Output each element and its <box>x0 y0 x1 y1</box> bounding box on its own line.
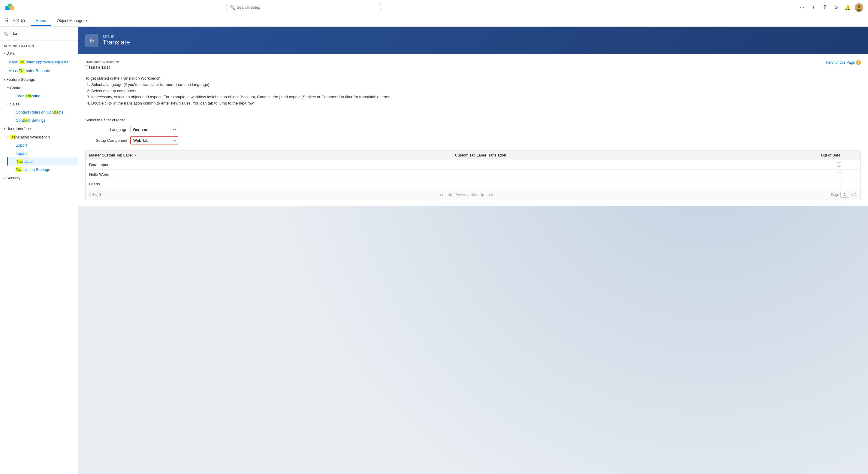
plus-icon[interactable]: + <box>809 3 817 12</box>
help-link-label: Help for this Page <box>826 60 855 65</box>
instruction-1: Select a language (if you're a translato… <box>91 82 861 88</box>
sidebar-group-user-interface: ▾ User Interface ▾ Translation Workbench… <box>0 124 78 174</box>
sidebar-subgroup-label-translation: Translation Workbench <box>10 135 50 139</box>
help-link[interactable]: Help for this Page ? <box>826 60 861 65</box>
prev-page-btn[interactable]: ◀ <box>446 191 453 198</box>
cell-master-0: Data Import <box>89 162 455 167</box>
instruction-2: Select a setup component. <box>91 88 861 94</box>
chevron-down-icon: ▾ <box>86 19 88 23</box>
sidebar-item-export[interactable]: Export <box>7 141 78 149</box>
sidebar: 🔍 ADMINISTRATION ▾ Data Mass Transfer Ap… <box>0 27 78 474</box>
next-page-btn[interactable]: ▶ <box>479 191 486 198</box>
cell-translation-0 <box>455 162 821 167</box>
cell-translation-1 <box>455 172 821 177</box>
sidebar-chatter-items: Feed Tracking <box>4 92 78 100</box>
cell-outofdate-0 <box>821 162 857 167</box>
sidebar-subgroup-label-sales: Sales <box>10 102 20 106</box>
sidebar-item-contact-roles[interactable]: Contact Roles on Contracts <box>7 108 78 116</box>
col-out-of-date: Out of Date <box>821 153 857 157</box>
nav-bar: ⠿ Setup Home Object Manager ▾ <box>0 15 868 27</box>
language-select[interactable]: German <box>130 126 178 134</box>
search-bar[interactable]: 🔍 <box>226 3 382 12</box>
sidebar-group-header-feature[interactable]: ▾ Feature Settings <box>0 75 78 84</box>
content-header: ⚙ SETUP Translate <box>78 27 868 54</box>
avatar-icon[interactable] <box>855 3 863 12</box>
main-layout: 🔍 ADMINISTRATION ▾ Data Mass Transfer Ap… <box>0 27 868 474</box>
top-bar-icons: ⋯ + ? ⚙ 🔔 <box>798 3 863 12</box>
sidebar-item-translation-settings[interactable]: Translation Settings <box>7 166 78 174</box>
sidebar-item-mass-transfer-records[interactable]: Mass Transfer Records <box>4 66 78 75</box>
sidebar-group-label-ui: User Interface <box>6 126 31 131</box>
total-pages: 1 <box>855 192 857 197</box>
sidebar-group-label-security: Security <box>6 176 21 180</box>
content-header-icon: ⚙ <box>85 34 98 47</box>
sidebar-item-mass-transfer-approval[interactable]: Mass Transfer Approval Requests <box>4 58 78 66</box>
cell-translation-2 <box>455 182 821 186</box>
filter-title: Select the filter criteria: <box>85 118 861 122</box>
page-title: Translate <box>85 64 119 70</box>
sidebar-item-import[interactable]: Import <box>7 149 78 157</box>
cell-master-1: Hello World <box>89 172 455 177</box>
table-row: Leads <box>86 179 861 189</box>
table-row: Data Import <box>86 160 861 170</box>
chevron-translation: ▾ <box>7 136 9 139</box>
app-logo <box>5 2 16 13</box>
tab-home[interactable]: Home <box>31 16 51 26</box>
page-content: Translation Workbench Translate Help for… <box>78 54 868 206</box>
sidebar-group-header-security[interactable]: ▸ Security <box>0 174 78 182</box>
sidebar-search-container: 🔍 <box>0 27 78 40</box>
sidebar-subgroup-chatter[interactable]: ▾ Chatter <box>4 84 78 92</box>
sort-icon[interactable]: ▲ <box>134 153 137 157</box>
sidebar-group-header-data[interactable]: ▾ Data <box>0 49 78 58</box>
chevron-ui: ▾ <box>4 127 5 130</box>
setup-component-filter-row: Setup Component Web Tab <box>85 137 861 145</box>
top-bar: 🔍 ⋯ + ? ⚙ 🔔 <box>0 0 868 15</box>
sidebar-subgroup-translation[interactable]: ▾ Translation Workbench <box>4 133 78 141</box>
sidebar-subgroup-sales[interactable]: ▾ Sales <box>4 100 78 108</box>
language-label: Language <box>85 127 127 132</box>
page-number-input[interactable] <box>840 191 849 198</box>
sidebar-group-label-data: Data <box>6 51 14 56</box>
sidebar-group-header-ui[interactable]: ▾ User Interface <box>0 124 78 133</box>
sidebar-group-feature-settings: ▾ Feature Settings ▾ Chatter Feed Tracki… <box>0 75 78 124</box>
instructions-intro: To get started in the Translation Workbe… <box>85 76 861 82</box>
sidebar-item-translate[interactable]: Translate <box>7 157 78 166</box>
chevron-security: ▸ <box>4 176 5 180</box>
of-label: of <box>850 192 854 197</box>
checkbox-0[interactable] <box>837 162 841 167</box>
help-icon[interactable]: ? <box>820 3 829 12</box>
sidebar-data-items: Mass Transfer Approval Requests Mass Tra… <box>0 58 78 75</box>
sidebar-group-security: ▸ Security <box>0 174 78 182</box>
search-input[interactable] <box>237 5 378 10</box>
table-header: Master Custom Tab Label ▲ Custom Tab Lab… <box>86 151 861 160</box>
page-section-title: Translation Workbench <box>85 60 119 64</box>
chevron-sales: ▾ <box>7 102 9 106</box>
setup-component-select[interactable]: Web Tab <box>130 137 178 145</box>
bell-icon[interactable]: 🔔 <box>843 3 852 12</box>
instruction-4: Double click in the translation column t… <box>91 100 861 107</box>
next-label[interactable]: Next <box>470 192 478 197</box>
filter-section: Select the filter criteria: Language Ger… <box>85 113 861 145</box>
first-page-btn[interactable]: ⏮ <box>438 191 445 198</box>
gear-icon[interactable]: ⚙ <box>832 3 840 12</box>
sidebar-ui-subgroups: ▾ Translation Workbench Export Import Tr… <box>0 133 78 174</box>
sidebar-item-feed-tracking[interactable]: Feed Tracking <box>7 92 78 100</box>
svg-rect-2 <box>10 6 14 10</box>
content-setup-label: SETUP <box>103 35 130 38</box>
checkbox-2[interactable] <box>837 182 841 186</box>
sidebar-item-contract-settings[interactable]: Contract Settings <box>7 116 78 124</box>
checkbox-1[interactable] <box>837 172 841 176</box>
content-header-title: Translate <box>103 38 130 46</box>
tab-object-manager[interactable]: Object Manager ▾ <box>52 16 93 26</box>
page-inner: Translation Workbench Translate Help for… <box>78 54 868 206</box>
grid-icon[interactable]: ⋯ <box>798 3 806 12</box>
sidebar-sales-items: Contact Roles on Contracts Contract Sett… <box>4 108 78 124</box>
content-header-text: SETUP Translate <box>103 35 130 46</box>
table-container: Master Custom Tab Label ▲ Custom Tab Lab… <box>85 150 861 200</box>
apps-menu-icon[interactable]: ⠿ <box>5 18 9 24</box>
sidebar-feature-subgroups: ▾ Chatter Feed Tracking ▾ Sales Contact … <box>0 84 78 124</box>
chevron-chatter: ▾ <box>7 86 9 90</box>
sidebar-search-input[interactable] <box>10 30 74 37</box>
last-page-btn[interactable]: ⏭ <box>488 191 495 198</box>
previous-label[interactable]: Previous <box>455 192 468 197</box>
